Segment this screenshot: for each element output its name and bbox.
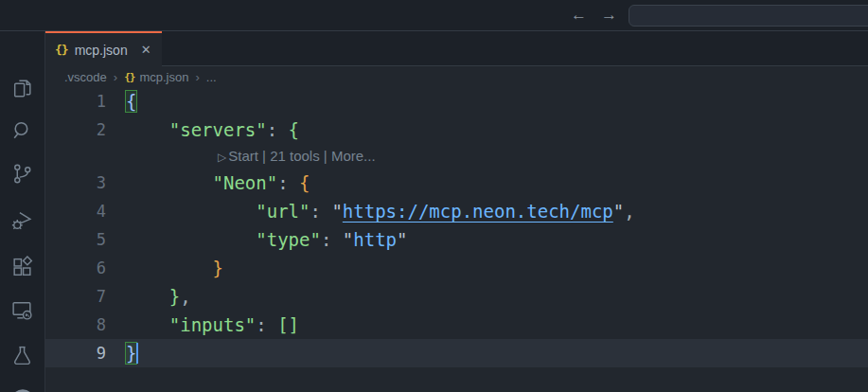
- code-line-content[interactable]: "type": "http": [126, 225, 868, 254]
- sidebar-item-explorer[interactable]: [0, 69, 44, 107]
- title-bar: ← →: [0, 0, 868, 31]
- extensions-icon: [10, 256, 34, 279]
- rabbit-icon: [9, 387, 37, 392]
- code-line-content[interactable]: "Neon": {: [126, 169, 868, 197]
- history-nav: ← →: [571, 0, 617, 30]
- sidebar-item-search[interactable]: [0, 111, 44, 149]
- code-line: 4 "url": "https://mcp.neon.tech/mcp",: [45, 197, 868, 225]
- breadcrumb: .vscode › {} mcp.json › ...: [45, 66, 868, 87]
- sidebar-item-source-control[interactable]: [0, 154, 44, 192]
- code-line-content[interactable]: {: [126, 87, 868, 116]
- line-number[interactable]: 8: [45, 311, 126, 339]
- line-number[interactable]: 3: [45, 169, 126, 197]
- play-icon: ▷: [218, 151, 226, 164]
- codelens-content[interactable]: ▷Start | 21 tools | More...: [126, 144, 868, 169]
- code-line: 9}: [45, 339, 868, 367]
- tab-bar: {} mcp.json ✕: [45, 31, 868, 66]
- line-number[interactable]: 5: [45, 225, 126, 254]
- sidebar-item-extensions[interactable]: [0, 248, 44, 286]
- sidebar-item-testing[interactable]: [0, 336, 44, 374]
- tab-mcp-json[interactable]: {} mcp.json ✕: [45, 31, 162, 66]
- back-arrow-icon[interactable]: ←: [571, 6, 587, 25]
- sidebar-item-coderabbit[interactable]: [0, 383, 44, 392]
- breadcrumb-item-vscode[interactable]: .vscode: [64, 70, 107, 84]
- code-line-content[interactable]: }: [126, 339, 868, 367]
- code-line-content[interactable]: "inputs": []: [126, 311, 868, 339]
- code-line-content[interactable]: "url": "https://mcp.neon.tech/mcp",: [126, 197, 868, 225]
- json-file-icon: {}: [124, 71, 134, 83]
- line-number[interactable]: 4: [45, 197, 126, 225]
- line-number[interactable]: 9: [45, 339, 126, 367]
- tab-label: mcp.json: [75, 43, 128, 58]
- breadcrumb-item-symbol[interactable]: ...: [206, 70, 217, 84]
- code-line-content[interactable]: },: [126, 282, 868, 311]
- code-line: 2 "servers": {: [45, 116, 868, 144]
- line-number[interactable]: 6: [45, 254, 126, 282]
- search-icon: [10, 118, 34, 142]
- code-line: 1{: [45, 87, 868, 116]
- chevron-right-icon: ›: [195, 70, 199, 84]
- line-number[interactable]: 1: [45, 87, 126, 116]
- close-icon[interactable]: ✕: [141, 43, 151, 57]
- text-cursor: [136, 343, 138, 364]
- codelens-row: ▷Start | 21 tools | More...: [45, 144, 868, 169]
- files-icon: [10, 77, 34, 100]
- code-line-content[interactable]: "servers": {: [126, 116, 868, 144]
- line-number: [45, 144, 126, 169]
- forward-arrow-icon[interactable]: →: [601, 6, 617, 25]
- code-line-content[interactable]: }: [126, 254, 868, 282]
- code-line: 6 }: [45, 254, 868, 282]
- code-line: 7 },: [45, 282, 868, 311]
- code-line: 5 "type": "http": [45, 225, 868, 254]
- code-rows: 1{2 "servers": {▷Start | 21 tools | More…: [45, 87, 868, 367]
- activity-bar: [0, 31, 45, 392]
- json-file-icon: {}: [55, 43, 68, 57]
- code-line: 8 "inputs": []: [45, 311, 868, 339]
- line-number[interactable]: 2: [45, 116, 126, 144]
- line-number[interactable]: 7: [45, 282, 126, 311]
- command-center-search[interactable]: [629, 5, 868, 27]
- git-branch-icon: [10, 162, 34, 186]
- debug-icon: [10, 208, 34, 232]
- chevron-right-icon: ›: [114, 70, 117, 84]
- beaker-icon: [10, 344, 34, 367]
- code-line: 3 "Neon": {: [45, 169, 868, 197]
- breadcrumb-item-mcp-json[interactable]: {} mcp.json: [124, 70, 188, 84]
- sidebar-item-run-debug[interactable]: [0, 201, 44, 239]
- editor-group: {} mcp.json ✕ .vscode › {} mcp.json › ..…: [45, 31, 868, 392]
- remote-icon: [10, 298, 34, 322]
- sidebar-item-remote-explorer[interactable]: [0, 291, 44, 329]
